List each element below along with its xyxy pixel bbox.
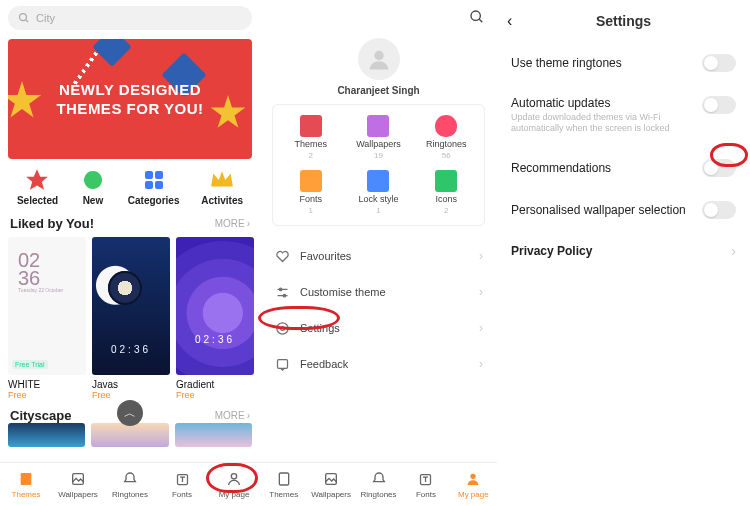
lock-icon	[367, 170, 389, 192]
theme-name: WHITE	[8, 379, 86, 390]
theme-thumbnail: 02:36	[92, 237, 170, 375]
tab-mypage[interactable]: My page	[208, 470, 260, 499]
mypage-screen: Charanjeet Singh Themes2 Wallpapers19 Ri…	[260, 0, 497, 506]
theme-card[interactable]: 02:36 Javas Free	[92, 237, 170, 400]
section-title: Cityscape	[10, 408, 71, 423]
username: Charanjeet Singh	[260, 85, 497, 96]
topbar	[260, 0, 497, 34]
svg-rect-3	[145, 171, 153, 179]
tab-ringtones[interactable]: Ringtones	[355, 470, 402, 499]
grid-icon	[141, 167, 167, 193]
fonts-icon	[300, 170, 322, 192]
search-icon	[18, 12, 30, 24]
section-title: Liked by You!	[10, 216, 94, 231]
setting-automatic-updates[interactable]: Automatic updates Update downloaded them…	[497, 84, 750, 147]
category-row: Selected New Categories Activites	[0, 162, 260, 214]
category-new[interactable]: New	[80, 167, 106, 206]
svg-rect-7	[21, 473, 32, 485]
setting-personalised-wallpaper[interactable]: Personalised wallpaper selection	[497, 189, 750, 231]
category-categories[interactable]: Categories	[128, 167, 180, 206]
grid-item-wallpapers[interactable]: Wallpapers19	[345, 115, 413, 160]
ringtones-icon	[435, 115, 457, 137]
person-icon	[464, 470, 482, 488]
svg-rect-8	[73, 474, 84, 485]
promo-banner[interactable]: Newly Designed Themes For You!	[8, 39, 252, 159]
grid-item-themes[interactable]: Themes2	[277, 115, 345, 160]
menu-feedback[interactable]: Feedback ›	[264, 346, 493, 382]
search-icon[interactable]	[469, 9, 485, 25]
search-bar[interactable]: City	[8, 6, 252, 30]
stats-grid: Themes2 Wallpapers19 Ringtones56 Fonts1 …	[272, 104, 485, 226]
avatar[interactable]	[358, 38, 400, 80]
menu-favourites[interactable]: Favourites ›	[264, 238, 493, 274]
grid-item-lockstyle[interactable]: Lock style1	[345, 170, 413, 215]
theme-name: Gradient	[176, 379, 254, 390]
tab-wallpapers[interactable]: Wallpapers	[307, 470, 354, 499]
heart-icon	[274, 248, 290, 264]
tab-themes[interactable]: Themes	[0, 470, 52, 499]
theme-card[interactable]	[8, 423, 85, 447]
setting-label: Use theme ringtones	[511, 56, 622, 70]
person-icon	[225, 470, 243, 488]
back-button[interactable]: ‹	[507, 12, 512, 30]
icons-icon	[435, 170, 457, 192]
tab-mypage[interactable]: My page	[450, 470, 497, 499]
category-activities[interactable]: Activites	[201, 167, 243, 206]
svg-point-24	[471, 474, 476, 479]
themes-home-screen: City Newly Designed Themes For You! Sele…	[0, 0, 260, 506]
grid-item-icons[interactable]: Icons2	[412, 170, 480, 215]
sliders-icon	[274, 284, 290, 300]
svg-marker-2	[27, 169, 49, 190]
setting-recommendations[interactable]: Recommendations	[497, 147, 750, 189]
setting-privacy-policy[interactable]: Privacy Policy ›	[497, 231, 750, 271]
setting-subtitle: Update downloaded themes via Wi-Fi autom…	[511, 112, 681, 135]
setting-use-theme-ringtones[interactable]: Use theme ringtones	[497, 42, 750, 84]
scroll-top-button[interactable]: ︿	[117, 400, 143, 426]
menu-customise[interactable]: Customise theme ›	[264, 274, 493, 310]
chevron-right-icon: ›	[247, 410, 250, 421]
theme-card[interactable]: 02 36 Tuesday 22 October Free Trial WHIT…	[8, 237, 86, 400]
theme-card[interactable]	[91, 423, 168, 447]
svg-point-10	[231, 474, 236, 479]
theme-name: Javas	[92, 379, 170, 390]
svg-rect-20	[277, 359, 287, 368]
tab-fonts[interactable]: Fonts	[402, 470, 449, 499]
star-icon	[24, 167, 50, 193]
svg-line-1	[26, 20, 29, 23]
toggle[interactable]	[702, 54, 736, 72]
svg-rect-6	[155, 181, 163, 189]
tab-wallpapers[interactable]: Wallpapers	[52, 470, 104, 499]
grid-item-fonts[interactable]: Fonts1	[277, 170, 345, 215]
more-link[interactable]: MORE›	[215, 218, 250, 229]
theme-card[interactable]	[175, 423, 252, 447]
settings-screen: ‹ Settings Use theme ringtones Automatic…	[497, 0, 750, 506]
svg-point-19	[276, 322, 287, 333]
settings-header: ‹ Settings	[497, 0, 750, 42]
chevron-right-icon: ›	[479, 249, 483, 263]
fonts-icon	[173, 470, 191, 488]
fonts-icon	[417, 470, 435, 488]
toggle[interactable]	[702, 201, 736, 219]
chevron-right-icon: ›	[479, 357, 483, 371]
toggle[interactable]	[702, 96, 736, 114]
theme-card[interactable]: 02:36 Gradient Free	[176, 237, 254, 400]
svg-rect-5	[145, 181, 153, 189]
tab-fonts[interactable]: Fonts	[156, 470, 208, 499]
tab-ringtones[interactable]: Ringtones	[104, 470, 156, 499]
bottom-tabs: Themes Wallpapers Ringtones Fonts My pag…	[0, 462, 260, 506]
wallpapers-icon	[367, 115, 389, 137]
tab-themes[interactable]: Themes	[260, 470, 307, 499]
svg-point-0	[20, 14, 27, 21]
svg-point-13	[374, 51, 383, 60]
decor-star-icon	[8, 81, 42, 121]
gear-icon	[274, 320, 290, 336]
grid-item-ringtones[interactable]: Ringtones56	[412, 115, 480, 160]
theme-price: Free	[92, 390, 170, 400]
chevron-right-icon: ›	[479, 285, 483, 299]
menu-settings[interactable]: Settings ›	[264, 310, 493, 346]
more-link[interactable]: MORE›	[215, 410, 250, 421]
svg-point-11	[471, 11, 480, 20]
chevron-right-icon: ›	[247, 218, 250, 229]
category-selected[interactable]: Selected	[17, 167, 58, 206]
toggle[interactable]	[702, 159, 736, 177]
